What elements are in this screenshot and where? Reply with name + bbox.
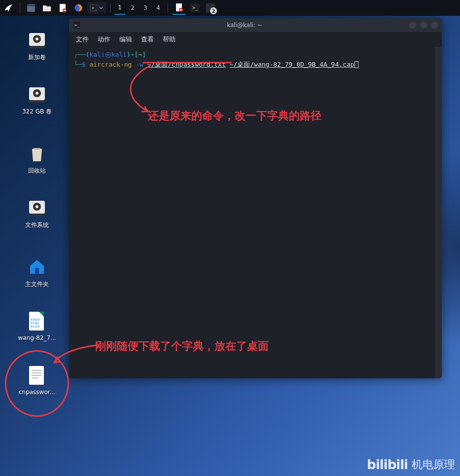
trash-icon [27,143,47,164]
svg-point-16 [35,37,38,40]
menubar: 文件 动作 编辑 查看 帮助 [69,32,442,47]
workspace-3[interactable]: 3 [140,1,151,15]
cmd-arg2: ~/桌面/wang-82_79_0D_9B_4A_94.cap [230,61,354,68]
menu-file[interactable]: 文件 [76,35,89,44]
menu-view[interactable]: 查看 [141,35,154,44]
annotation-circle [5,350,69,417]
desktop-icon-drive-2[interactable]: 322 GB 卷 [15,84,59,116]
home-icon [27,256,47,277]
svg-rect-4 [64,10,66,11]
desktop-icon-label: 322 GB 卷 [22,108,52,116]
prompt-user: kali [89,51,105,58]
svg-text:01010: 01010 [31,318,39,321]
menu-help[interactable]: 帮助 [163,35,176,44]
file-icon: 010100110101110 [27,311,47,331]
app-terminal-icon[interactable]: >_ [188,1,202,15]
drive-icon [27,30,47,50]
chevron-down-icon [99,6,103,10]
desktop-icon-label: 新加卷 [28,53,46,62]
desktop-icon-drive-1[interactable]: 新加卷 [15,30,59,62]
workspace-1[interactable]: 1 [114,1,125,15]
prompt2-prefix: └─ [74,61,82,68]
prompt-close: )-[ [127,51,138,58]
taskbar-separator [20,3,20,13]
desktop-icon-label: wang-82_7... [18,334,56,341]
terminal-selector[interactable]: >_ [87,2,106,14]
badge-count: 2 [210,7,217,14]
bilibili-logo: bilibili [367,457,408,472]
svg-rect-21 [29,100,45,103]
workspace-4[interactable]: 4 [153,1,164,15]
svg-point-23 [33,148,41,150]
file-manager-icon[interactable] [40,1,54,15]
cmd-flag: -w [136,61,143,68]
svg-rect-10 [180,9,182,10]
minimize-button[interactable] [409,22,416,29]
svg-text:>_: >_ [92,5,97,10]
terminal-body[interactable]: ┌──(kali㉿kali)-[~] └─$ aircrack-ng -w ~/… [69,47,442,378]
terminal-window: >_ kali@kali: ~ 文件 动作 编辑 查看 帮助 ┌──(kali㉿… [69,18,442,378]
prompt-at: ㉿ [105,51,111,58]
terminal-cursor [354,61,358,68]
close-button[interactable] [431,22,438,29]
desktop-icon-label: 回收站 [28,167,46,175]
svg-point-20 [35,92,38,95]
desktop-icon-label: 主文件夹 [25,280,49,289]
terminal-titlebar-icon: >_ [73,22,80,29]
svg-rect-28 [35,268,39,274]
annotation-text-2: 刚刚随便下载了个字典，放在了桌面 [95,339,269,354]
svg-text:>_: >_ [74,23,80,28]
prompt-open: ┌──( [74,51,89,58]
taskbar: >_ 1 2 3 4 >_ 2 [0,0,460,16]
prompt-dollar: $ [82,61,86,68]
desktop-icon-home[interactable]: 主文件夹 [15,256,59,289]
annotation-text-1: 还是原来的命令，改一下字典的路径 [148,109,321,123]
drive-icon [27,197,47,218]
cmd-arg1: ~/桌面/cnpassword.txt [147,61,226,68]
show-desktop-icon[interactable] [24,1,38,15]
kali-menu-icon[interactable] [2,1,16,15]
prompt-close2: ] [142,51,146,58]
taskbar-separator [110,3,110,13]
desktop-icon-capfile[interactable]: 010100110101110 wang-82_7... [15,311,59,341]
desktop-icon-filesystem[interactable]: 文件系统 [15,197,59,229]
svg-text:01101: 01101 [31,321,39,325]
desktop-icon-label: 文件系统 [25,221,49,229]
titlebar[interactable]: >_ kali@kali: ~ [69,18,442,32]
window-title: kali@kali: ~ [84,22,405,29]
app-with-badge[interactable]: 2 [204,1,217,15]
maximize-button[interactable] [420,22,427,29]
taskbar-separator [168,3,168,13]
watermark-text: 机电原理 [412,457,455,472]
text-editor-icon[interactable] [56,1,70,15]
app-document-icon[interactable] [172,1,186,15]
svg-rect-1 [27,4,35,6]
firefox-icon[interactable] [71,1,85,15]
svg-rect-27 [29,214,45,216]
prompt-host: kali [111,51,127,58]
menu-edit[interactable]: 编辑 [119,35,132,44]
workspace-2[interactable]: 2 [127,1,138,15]
svg-text:>_: >_ [192,5,199,11]
svg-text:01110: 01110 [31,325,39,328]
menu-actions[interactable]: 动作 [98,35,110,44]
svg-rect-17 [29,46,45,48]
cmd-name: aircrack-ng [89,61,132,68]
desktop-icon-trash[interactable]: 回收站 [15,143,59,175]
drive-icon [27,84,47,105]
watermark: bilibili 机电原理 [367,457,455,472]
svg-point-26 [35,205,38,208]
